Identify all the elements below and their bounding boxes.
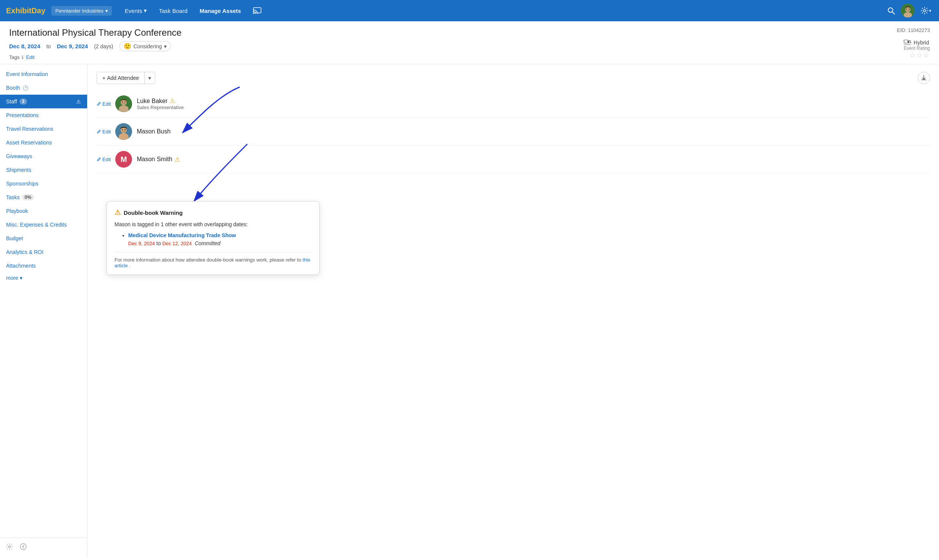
user-avatar[interactable] bbox=[901, 4, 915, 17]
pencil-icon bbox=[97, 129, 101, 134]
event-title: International Physical Therapy Conferenc… bbox=[9, 27, 181, 38]
nav-events-label: Events bbox=[125, 8, 142, 14]
nav-cast-button[interactable] bbox=[248, 4, 267, 17]
settings-button[interactable]: ▾ bbox=[919, 5, 933, 16]
sidebar-item-playbook-label: Playbook bbox=[6, 208, 28, 214]
sidebar-item-event-information-label: Event Information bbox=[6, 71, 48, 77]
luke-baker-name: Luke Baker ⚠ bbox=[137, 97, 930, 105]
popup-conflicting-event: Medical Device Manufacturing Trade Show … bbox=[128, 232, 312, 247]
svg-point-27 bbox=[124, 129, 126, 130]
add-attendee-dropdown-button[interactable]: ▾ bbox=[145, 72, 155, 84]
status-label: Considering bbox=[134, 43, 162, 49]
more-label: more bbox=[6, 275, 18, 281]
sidebar-item-presentations-label: Presentations bbox=[6, 112, 39, 118]
chevron-down-icon: ▾ bbox=[164, 43, 167, 49]
mason-smith-warning-icon[interactable]: ⚠ bbox=[175, 156, 180, 163]
sidebar-settings-button[interactable] bbox=[5, 542, 14, 554]
sidebar-item-travel-reservations[interactable]: Travel Reservations bbox=[0, 122, 87, 136]
svg-point-7 bbox=[906, 9, 907, 10]
sidebar-item-staff-label: Staff bbox=[6, 98, 17, 105]
sidebar-item-sponsorships[interactable]: Sponsorships bbox=[0, 177, 87, 190]
sidebar-item-asset-reservations[interactable]: Asset Reservations bbox=[0, 136, 87, 149]
sidebar-item-giveaways[interactable]: Giveaways bbox=[0, 149, 87, 163]
sidebar-more-button[interactable]: more ▾ bbox=[0, 273, 87, 285]
sidebar: Event Information Booth 🕐 Staff 3 ⚠ Pres… bbox=[0, 64, 88, 557]
logo-exhibit: Exhibit bbox=[6, 6, 32, 15]
add-attendee-main-button[interactable]: + Add Attendee bbox=[97, 72, 145, 84]
sidebar-back-button[interactable] bbox=[18, 542, 28, 554]
company-selector[interactable]: Pennlander Industries ▾ bbox=[51, 6, 111, 16]
sidebar-item-playbook[interactable]: Playbook bbox=[0, 204, 87, 218]
conflicting-event-link[interactable]: Medical Device Manufacturing Trade Show bbox=[128, 232, 236, 238]
sidebar-item-budget[interactable]: Budget bbox=[0, 232, 87, 245]
gear-icon bbox=[6, 543, 13, 550]
attendee-row: Edit Mason Bush bbox=[97, 118, 930, 146]
luke-baker-warning-icon[interactable]: ⚠ bbox=[170, 97, 175, 105]
edit-luke-baker-link[interactable]: Edit bbox=[97, 101, 111, 107]
svg-line-3 bbox=[892, 12, 894, 14]
sidebar-item-sponsorships-label: Sponsorships bbox=[6, 181, 38, 187]
nav-manage-assets-label: Manage Assets bbox=[200, 8, 241, 14]
app-logo[interactable]: ExhibitDay bbox=[6, 6, 45, 15]
add-attendee-button-group[interactable]: + Add Attendee ▾ bbox=[97, 72, 155, 84]
nav-taskboard-label: Task Board bbox=[159, 8, 188, 14]
sidebar-item-misc-expenses[interactable]: Misc. Expenses & Credits bbox=[0, 218, 87, 232]
edit-mason-bush-link[interactable]: Edit bbox=[97, 129, 111, 135]
nav-manage-assets[interactable]: Manage Assets bbox=[194, 5, 247, 17]
logo-day: Day bbox=[32, 6, 46, 15]
event-rating-label: Event Rating bbox=[904, 46, 930, 51]
nav-taskboard[interactable]: Task Board bbox=[154, 5, 193, 17]
event-duration: (2 days) bbox=[94, 43, 113, 49]
sidebar-item-staff[interactable]: Staff 3 ⚠ bbox=[0, 95, 87, 108]
mason-smith-info: Mason Smith ⚠ bbox=[137, 156, 930, 163]
nav-items: Events ▾ Task Board Manage Assets bbox=[119, 4, 886, 17]
popup-divider bbox=[115, 252, 312, 252]
search-button[interactable] bbox=[886, 5, 896, 16]
svg-rect-11 bbox=[904, 44, 911, 45]
sidebar-item-analytics-roi[interactable]: Analytics & ROI bbox=[0, 245, 87, 259]
svg-point-14 bbox=[9, 546, 11, 548]
event-date-start: Dec 8, 2024 bbox=[9, 43, 40, 49]
event-stars[interactable]: ☆☆☆ bbox=[904, 51, 930, 59]
tags-edit-link[interactable]: Edit bbox=[26, 54, 34, 60]
event-type-label: Hybrid bbox=[914, 40, 929, 46]
popup-footer-end: . bbox=[129, 263, 131, 268]
sidebar-item-shipments-label: Shipments bbox=[6, 167, 31, 173]
nav-events[interactable]: Events ▾ bbox=[119, 4, 152, 17]
svg-point-21 bbox=[122, 102, 123, 103]
date-to-label: to bbox=[46, 43, 51, 49]
popup-footer-text: For more information about how attendee … bbox=[115, 257, 301, 263]
event-type-badge: Hybrid bbox=[904, 40, 930, 46]
sidebar-item-giveaways-label: Giveaways bbox=[6, 153, 32, 159]
svg-point-26 bbox=[122, 129, 123, 130]
tags-info-icon[interactable]: ℹ bbox=[22, 55, 24, 60]
attendee-list: Edit Luke Baker bbox=[97, 90, 930, 173]
mason-smith-avatar: M bbox=[115, 151, 132, 168]
tasks-badge: 0% bbox=[22, 194, 34, 200]
svg-line-13 bbox=[910, 43, 911, 43]
avatar-image bbox=[901, 4, 915, 17]
attendee-row: Edit Luke Baker bbox=[97, 90, 930, 118]
sidebar-item-attachments[interactable]: Attachments bbox=[0, 259, 87, 273]
edit-mason-smith-link[interactable]: Edit bbox=[97, 157, 111, 162]
sidebar-item-presentations[interactable]: Presentations bbox=[0, 108, 87, 122]
chevron-down-icon: ▾ bbox=[20, 275, 22, 281]
sidebar-item-tasks[interactable]: Tasks 0% bbox=[0, 190, 87, 204]
popup-body-text: Mason is tagged in 1 other event with ov… bbox=[115, 221, 312, 228]
luke-baker-role: Sales Representative bbox=[137, 105, 930, 110]
sidebar-item-booth[interactable]: Booth 🕐 bbox=[0, 81, 87, 95]
svg-point-1 bbox=[253, 13, 254, 14]
sidebar-item-event-information[interactable]: Event Information bbox=[0, 67, 87, 81]
mason-bush-avatar bbox=[115, 123, 132, 140]
staff-content: + Add Attendee ▾ bbox=[88, 64, 939, 557]
mason-bush-name: Mason Bush bbox=[137, 128, 930, 135]
mason-smith-name-text: Mason Smith bbox=[137, 156, 172, 163]
event-rating: Event Rating ☆☆☆ bbox=[904, 46, 930, 59]
svg-point-12 bbox=[909, 41, 911, 43]
download-button[interactable] bbox=[918, 72, 930, 84]
status-selector[interactable]: 🙂 Considering ▾ bbox=[119, 41, 171, 51]
sidebar-item-asset-reservations-label: Asset Reservations bbox=[6, 140, 52, 146]
search-icon bbox=[887, 7, 895, 14]
sidebar-item-shipments[interactable]: Shipments bbox=[0, 163, 87, 177]
cast-icon bbox=[253, 7, 261, 14]
